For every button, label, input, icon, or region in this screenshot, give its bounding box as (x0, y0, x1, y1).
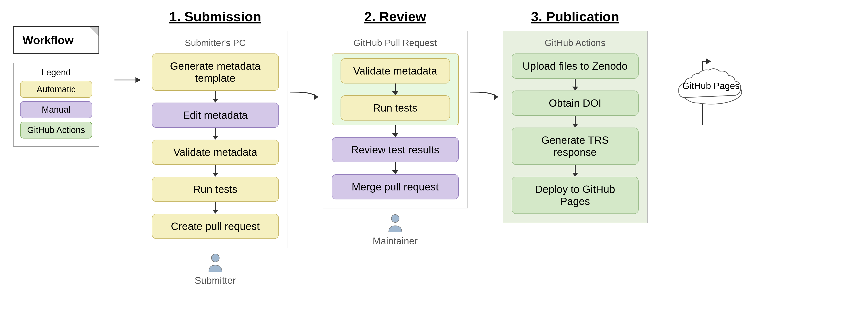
arrow2 (215, 128, 216, 140)
maintainer-person: Maintainer (373, 214, 417, 247)
arrow1 (215, 91, 216, 103)
arrow3 (215, 165, 216, 177)
arrow-pub-1 (575, 79, 576, 90)
maintainer-icon (388, 214, 403, 233)
publication-box-label: GitHub Actions (545, 38, 606, 48)
step-deploy-github-pages: Deploy to GitHub Pages (512, 177, 639, 214)
section-submission: 1. Submission Submitter's PC Generate me… (143, 9, 288, 286)
arrow-down-1 (215, 91, 216, 100)
review-publication-arrow (468, 75, 503, 118)
submission-review-arrow (288, 75, 323, 118)
step-create-pr: Create pull request (152, 214, 279, 239)
step-run-tests-review: Run tests (341, 95, 450, 120)
svg-marker-3 (314, 94, 318, 100)
submitter-person: Submitter (194, 253, 236, 286)
legend-github: GitHub Actions (20, 122, 92, 139)
svg-point-2 (211, 254, 219, 262)
publication-title: 3. Publication (531, 9, 619, 24)
step-upload-zenodo: Upload files to Zenodo (512, 54, 639, 79)
legend-title: Legend (20, 67, 92, 77)
cloud-container: GitHub Pages (674, 63, 748, 108)
step-run-tests: Run tests (152, 177, 279, 202)
arrow-down-r3 (395, 162, 396, 171)
arrow-down-r2 (395, 125, 396, 134)
step-validate-metadata-review: Validate metadata (341, 58, 450, 84)
svg-point-4 (391, 215, 399, 222)
arrow-down-2 (215, 128, 216, 137)
legend-box: Legend Automatic Manual GitHub Actions (13, 63, 99, 147)
workflow-box: Workflow (13, 26, 99, 54)
arrow-pub-2 (575, 116, 576, 128)
arrow-down-3 (215, 165, 216, 174)
step-generate-trs: Generate TRS response (512, 128, 639, 165)
step-generate-metadata: Generate metadata template (152, 54, 279, 91)
arrow-down-p1 (575, 79, 576, 87)
section-publication: 3. Publication GitHub Actions Upload fil… (503, 9, 648, 223)
review-title: 2. Review (364, 9, 426, 24)
arrow-pub-3 (575, 165, 576, 177)
svg-marker-5 (494, 94, 498, 100)
arrow-review-1 (395, 84, 396, 95)
review-box: GitHub Pull Request Validate metadata Ru… (323, 31, 468, 208)
step-edit-metadata: Edit metadata (152, 103, 279, 128)
arrow-down-4 (215, 202, 216, 210)
legend-automatic: Automatic (20, 81, 92, 98)
publication-box: GitHub Actions Upload files to Zenodo Ob… (503, 31, 648, 223)
section-review: 2. Review GitHub Pull Request Validate m… (323, 9, 468, 247)
step-review-test-results: Review test results (332, 137, 459, 162)
cloud-area: GitHub Pages (656, 48, 748, 108)
step-validate-metadata: Validate metadata (152, 140, 279, 165)
submitter-icon (208, 253, 223, 273)
submission-title: 1. Submission (169, 9, 261, 24)
submission-box-label: Submitter's PC (185, 38, 246, 48)
step-obtain-doi: Obtain DOI (512, 90, 639, 116)
legend-manual: Manual (20, 101, 92, 118)
arrow-down-r1 (395, 84, 396, 92)
arrow-review-2 (395, 125, 396, 137)
maintainer-label: Maintainer (373, 235, 417, 247)
cloud-label: GitHub Pages (682, 81, 740, 91)
diagram-container: Workflow Legend Automatic Manual GitHub … (0, 0, 868, 309)
review-box-label: GitHub Pull Request (353, 38, 437, 48)
review-auto-group: Validate metadata Run tests (332, 54, 459, 125)
left-panel: Workflow Legend Automatic Manual GitHub … (13, 26, 99, 147)
step-merge-pr: Merge pull request (332, 174, 459, 199)
svg-marker-1 (135, 77, 141, 83)
submitter-label: Submitter (194, 275, 236, 286)
arrow-down-p2 (575, 116, 576, 124)
arrow-review-3 (395, 162, 396, 174)
arrow-down-p3 (575, 165, 576, 174)
workflow-label: Workflow (23, 34, 73, 47)
submission-box: Submitter's PC Generate metadata templat… (143, 31, 288, 248)
workflow-arrow (112, 75, 143, 85)
arrow4 (215, 202, 216, 214)
